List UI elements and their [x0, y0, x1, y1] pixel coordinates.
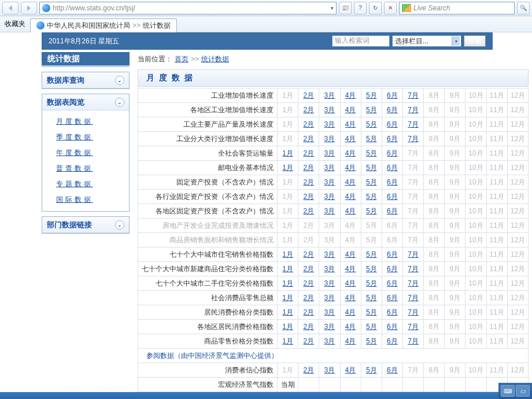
month-cell[interactable]: 1月: [278, 146, 298, 161]
month-cell[interactable]: 3月: [319, 247, 340, 262]
month-cell[interactable]: 6月: [382, 334, 402, 349]
favorites-label[interactable]: 收藏夹: [5, 19, 25, 29]
month-cell[interactable]: 4月: [340, 334, 361, 349]
month-cell[interactable]: 4月: [340, 363, 361, 378]
month-cell[interactable]: 6月: [382, 117, 402, 132]
month-cell[interactable]: 5月: [361, 363, 382, 378]
month-cell[interactable]: 3月: [319, 291, 340, 305]
month-cell[interactable]: 1月: [278, 262, 298, 276]
month-cell[interactable]: 6月: [382, 363, 402, 378]
month-cell[interactable]: 6月: [382, 204, 402, 219]
month-cell[interactable]: 2月: [298, 204, 319, 219]
month-cell[interactable]: 5月: [361, 305, 382, 320]
month-cell[interactable]: 3月: [319, 204, 340, 219]
back-button[interactable]: [2, 2, 19, 14]
ime-button[interactable]: ⌨: [501, 385, 515, 392]
month-cell[interactable]: 1月: [278, 334, 298, 349]
month-cell[interactable]: 5月: [361, 291, 382, 305]
sidebar-link[interactable]: 季度数据: [56, 133, 93, 141]
month-cell[interactable]: 7月: [403, 320, 424, 334]
month-cell[interactable]: 6月: [382, 305, 402, 320]
sidebar-link[interactable]: 月度数据: [56, 117, 93, 125]
month-cell[interactable]: 3月: [319, 146, 340, 161]
month-cell[interactable]: 7月: [403, 103, 424, 117]
tray-button[interactable]: ▭: [516, 385, 530, 392]
month-cell[interactable]: 7月: [403, 262, 424, 276]
month-cell[interactable]: 6月: [382, 146, 402, 161]
month-cell[interactable]: 5月: [361, 190, 382, 204]
month-cell[interactable]: 4月: [340, 146, 361, 161]
sidebar-link[interactable]: 国际数据: [56, 195, 93, 204]
month-cell[interactable]: 1月: [278, 320, 298, 334]
month-cell[interactable]: 7月: [403, 305, 424, 320]
month-cell[interactable]: 2月: [298, 146, 319, 161]
month-cell[interactable]: 4月: [340, 305, 361, 320]
month-cell[interactable]: 6月: [382, 276, 402, 291]
sidebar-link[interactable]: 普查数据: [56, 164, 93, 172]
breadcrumb-current[interactable]: 统计数据: [201, 54, 229, 64]
month-cell[interactable]: 4月: [340, 117, 361, 132]
month-cell[interactable]: 2月: [298, 175, 319, 190]
month-cell[interactable]: 7月: [403, 132, 424, 146]
sidebar-item[interactable]: 专题数据: [42, 176, 129, 192]
month-cell[interactable]: 6月: [382, 320, 402, 334]
sidebar-item[interactable]: 普查数据: [42, 161, 129, 176]
month-cell[interactable]: 6月: [382, 262, 402, 276]
month-cell[interactable]: 5月: [361, 204, 382, 219]
site-search-input[interactable]: 输入检索词: [332, 35, 390, 47]
month-cell[interactable]: 5月: [361, 132, 382, 146]
browser-search[interactable]: Live Search: [399, 2, 515, 14]
month-cell[interactable]: 6月: [382, 247, 402, 262]
browser-tab[interactable]: 中华人民共和国国家统计局 >> 统计数据: [30, 19, 177, 32]
month-cell[interactable]: 5月: [361, 146, 382, 161]
month-cell[interactable]: 5月: [361, 103, 382, 117]
month-cell[interactable]: 4月: [340, 262, 361, 276]
month-cell[interactable]: 5月: [361, 276, 382, 291]
month-cell[interactable]: 7月: [403, 117, 424, 132]
month-cell[interactable]: 4月: [340, 190, 361, 204]
month-cell[interactable]: 5月: [361, 88, 382, 103]
stop-button[interactable]: ✕: [384, 2, 397, 14]
forward-button[interactable]: [21, 2, 37, 14]
sidebar-item[interactable]: 月度数据: [42, 114, 129, 130]
month-cell[interactable]: 6月: [382, 132, 402, 146]
month-cell[interactable]: 4月: [340, 276, 361, 291]
month-cell[interactable]: 2月: [298, 247, 319, 262]
month-cell[interactable]: 6月: [382, 88, 402, 103]
month-cell[interactable]: 2月: [298, 334, 319, 349]
sidebar-item[interactable]: 季度数据: [42, 130, 129, 145]
month-cell[interactable]: 4月: [340, 291, 361, 305]
category-select[interactable]: 选择栏目... ▾: [392, 35, 461, 47]
month-cell[interactable]: 7月: [403, 291, 424, 305]
month-cell[interactable]: 2月: [298, 291, 319, 305]
month-cell[interactable]: 2月: [298, 320, 319, 334]
sidebar-header-tables[interactable]: 数据表阅览 ⌄: [42, 94, 129, 110]
month-cell[interactable]: 3月: [319, 320, 340, 334]
month-cell[interactable]: 3月: [319, 117, 340, 132]
refresh-button[interactable]: ↻: [369, 2, 382, 14]
month-cell[interactable]: 3月: [319, 190, 340, 204]
month-cell[interactable]: 3月: [319, 132, 340, 146]
month-cell[interactable]: 7月: [403, 334, 424, 349]
month-cell[interactable]: 4月: [340, 161, 361, 175]
month-cell[interactable]: 2月: [298, 132, 319, 146]
month-cell[interactable]: 3月: [319, 175, 340, 190]
month-cell[interactable]: 3月: [319, 262, 340, 276]
feed-button[interactable]: 📰: [339, 2, 352, 14]
sidebar-item[interactable]: 年度数据: [42, 145, 129, 161]
month-cell[interactable]: 3月: [319, 334, 340, 349]
month-cell[interactable]: 1月: [278, 247, 298, 262]
month-cell[interactable]: 4月: [340, 247, 361, 262]
search-button[interactable]: 检索: [464, 35, 486, 47]
month-cell[interactable]: 2月: [298, 88, 319, 103]
search-go-button[interactable]: 🔍: [517, 2, 530, 14]
month-cell[interactable]: 6月: [382, 291, 402, 305]
month-cell[interactable]: 3月: [319, 161, 340, 175]
month-cell[interactable]: 5月: [361, 262, 382, 276]
month-cell[interactable]: 2月: [298, 190, 319, 204]
month-cell[interactable]: 4月: [340, 204, 361, 219]
month-cell[interactable]: 3月: [319, 103, 340, 117]
month-cell[interactable]: 3月: [319, 276, 340, 291]
month-cell[interactable]: 6月: [382, 103, 402, 117]
month-cell[interactable]: 7月: [403, 88, 424, 103]
